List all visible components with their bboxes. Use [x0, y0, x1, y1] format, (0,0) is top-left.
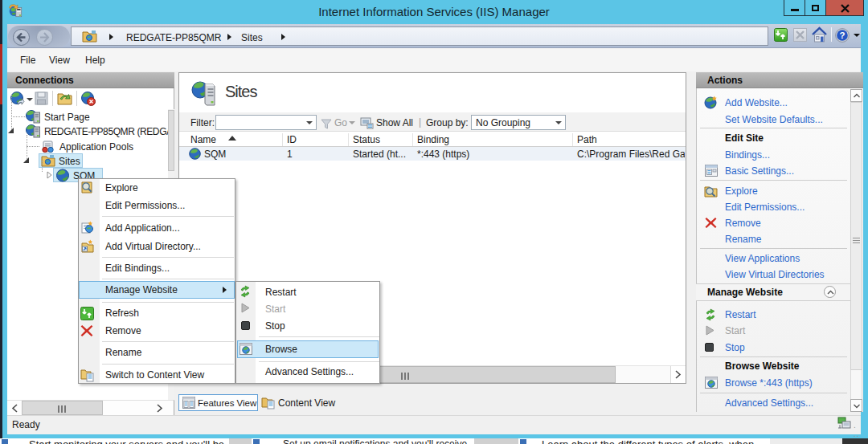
- svg-text:?: ?: [839, 31, 845, 40]
